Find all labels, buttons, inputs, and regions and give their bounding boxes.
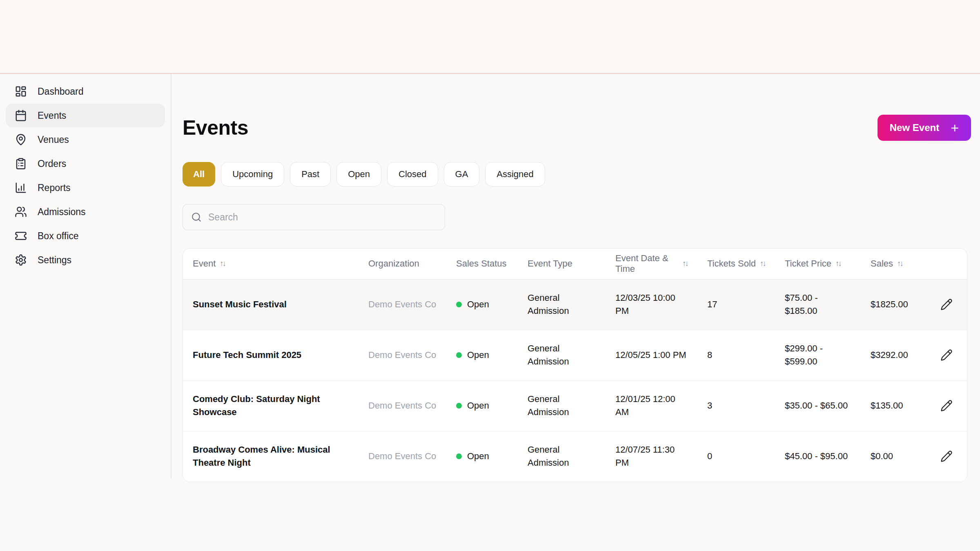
filter-chip-upcoming[interactable]: Upcoming [221, 162, 284, 187]
status-dot-icon [456, 403, 462, 409]
events-table: Event↑↓ Organization Sales Status Event … [183, 249, 967, 482]
filter-chip-ga[interactable]: GA [444, 162, 480, 187]
filter-chip-all[interactable]: All [183, 162, 215, 187]
sort-icon: ↑↓ [897, 259, 902, 268]
table-row[interactable]: Future Tech Summit 2025 Demo Events Co O… [183, 330, 967, 380]
status-dot-icon [456, 302, 462, 307]
sort-icon: ↑↓ [682, 259, 688, 268]
column-header-event[interactable]: Event↑↓ [183, 249, 359, 279]
gear-icon [15, 254, 27, 266]
filter-chip-past[interactable]: Past [290, 162, 331, 187]
status-label: Open [467, 298, 489, 311]
tickets-sold: 0 [707, 451, 712, 461]
sort-icon: ↑↓ [835, 259, 841, 268]
organization: Demo Events Co [368, 350, 436, 360]
edit-event-button[interactable] [938, 397, 955, 414]
status-badge: Open [456, 450, 508, 463]
ticket-price: $45.00 - $95.00 [785, 451, 848, 461]
status-label: Open [467, 399, 489, 412]
sidebar-item-label: Dashboard [38, 86, 84, 97]
event-name: Sunset Music Festival [193, 299, 287, 309]
column-header-event-type: Event Type [518, 249, 606, 279]
pencil-icon [940, 400, 953, 412]
filter-chip-open[interactable]: Open [336, 162, 381, 187]
column-header-date[interactable]: Event Date & Time↑↓ [606, 249, 697, 279]
event-date: 12/01/25 12:00 AM [615, 394, 675, 417]
organization: Demo Events Co [368, 451, 436, 461]
sidebar-item-label: Orders [38, 158, 66, 169]
status-dot-icon [456, 453, 462, 459]
sidebar-item-label: Admissions [38, 207, 86, 218]
organization: Demo Events Co [368, 400, 436, 411]
event-type: General Admission [528, 444, 569, 468]
calendar-icon [15, 109, 27, 122]
sidebar-item-venues[interactable]: Venues [6, 128, 165, 151]
event-name: Broadway Comes Alive: Musical Theatre Ni… [193, 444, 330, 468]
ticket-price: $75.00 - $185.00 [785, 293, 818, 316]
new-event-button[interactable]: New Event + [878, 115, 971, 141]
sidebar-item-label: Events [38, 110, 66, 121]
table-header-row: Event↑↓ Organization Sales Status Event … [183, 249, 967, 279]
sidebar-item-reports[interactable]: Reports [6, 176, 165, 200]
column-header-organization: Organization [359, 249, 446, 279]
event-name: Future Tech Summit 2025 [193, 350, 301, 360]
pencil-icon [940, 298, 953, 311]
ticket-price: $35.00 - $65.00 [785, 400, 848, 411]
dashboard-icon [15, 85, 27, 98]
events-table-card: Event↑↓ Organization Sales Status Event … [183, 248, 967, 482]
search-input[interactable] [208, 212, 437, 223]
filter-chips: All Upcoming Past Open Closed GA Assigne… [183, 162, 971, 187]
users-icon [15, 206, 27, 218]
page-title: Events [183, 116, 248, 140]
sidebar-item-admissions[interactable]: Admissions [6, 200, 165, 224]
column-header-tickets-sold[interactable]: Tickets Sold↑↓ [697, 249, 775, 279]
sidebar-item-label: Venues [38, 134, 69, 145]
pencil-icon [940, 450, 953, 462]
sales-amount: $135.00 [871, 400, 903, 411]
edit-event-button[interactable] [938, 448, 955, 465]
status-badge: Open [456, 399, 508, 412]
edit-event-button[interactable] [938, 347, 955, 364]
table-row[interactable]: Comedy Club: Saturday Night Showcase Dem… [183, 380, 967, 431]
search-box [183, 204, 445, 230]
sidebar: Dashboard Events Venues Orders Reports A… [0, 74, 172, 479]
sidebar-item-label: Box office [38, 231, 79, 242]
event-name: Comedy Club: Saturday Night Showcase [193, 394, 320, 417]
sidebar-item-settings[interactable]: Settings [6, 248, 165, 272]
sidebar-item-label: Reports [38, 182, 71, 193]
filter-chip-assigned[interactable]: Assigned [485, 162, 545, 187]
app-frame: Dashboard Events Venues Orders Reports A… [0, 74, 980, 479]
tickets-sold: 17 [707, 299, 717, 309]
event-date: 12/05/25 1:00 PM [615, 350, 686, 360]
event-type: General Admission [528, 293, 569, 316]
organization: Demo Events Co [368, 299, 436, 309]
table-row[interactable]: Broadway Comes Alive: Musical Theatre Ni… [183, 431, 967, 482]
column-header-sales[interactable]: Sales↑↓ [861, 249, 928, 279]
event-type: General Admission [528, 394, 569, 417]
status-badge: Open [456, 298, 508, 311]
tickets-sold: 3 [707, 400, 712, 411]
tickets-sold: 8 [707, 350, 712, 360]
plus-icon: + [951, 121, 959, 135]
search-icon [191, 212, 202, 222]
bar-chart-icon [15, 182, 27, 194]
column-header-ticket-price[interactable]: Ticket Price↑↓ [775, 249, 861, 279]
sidebar-item-dashboard[interactable]: Dashboard [6, 80, 165, 103]
top-band [0, 0, 980, 74]
table-row[interactable]: Sunset Music Festival Demo Events Co Ope… [183, 279, 967, 330]
filter-chip-closed[interactable]: Closed [387, 162, 438, 187]
status-label: Open [467, 349, 489, 362]
sort-icon: ↑↓ [220, 259, 225, 268]
sidebar-item-box-office[interactable]: Box office [6, 224, 165, 248]
sales-amount: $1825.00 [871, 299, 908, 309]
sidebar-nav: Dashboard Events Venues Orders Reports A… [0, 80, 171, 272]
sort-icon: ↑↓ [760, 259, 765, 268]
status-badge: Open [456, 349, 508, 362]
event-type: General Admission [528, 343, 569, 367]
ticket-price: $299.00 - $599.00 [785, 343, 823, 367]
edit-event-button[interactable] [938, 296, 955, 313]
sidebar-item-orders[interactable]: Orders [6, 152, 165, 176]
sidebar-item-events[interactable]: Events [6, 104, 165, 127]
column-header-sales-status: Sales Status [446, 249, 518, 279]
page-header: Events New Event + [183, 115, 971, 141]
